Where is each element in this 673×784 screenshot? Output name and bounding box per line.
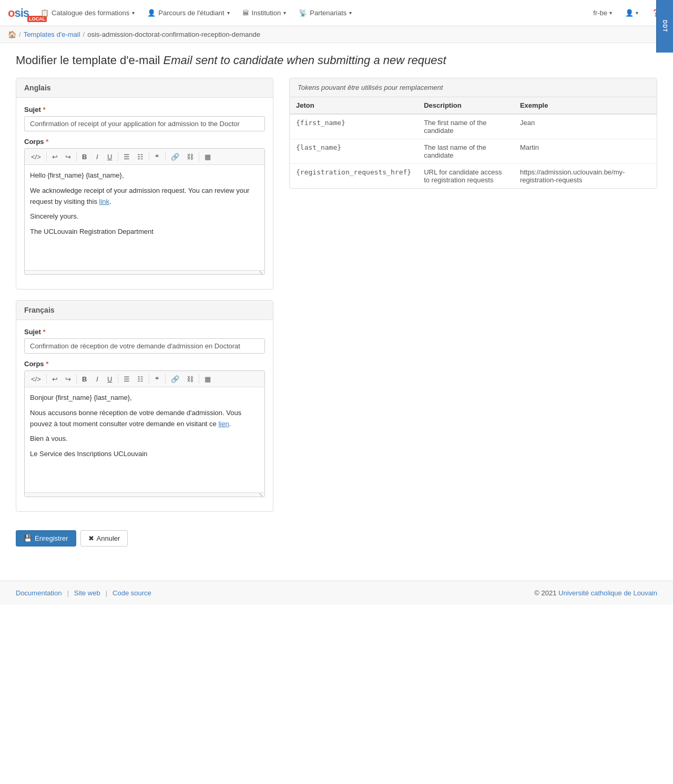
parcours-label: Parcours de l'étudiant	[158, 9, 224, 17]
partenariats-icon: 📡	[299, 9, 307, 17]
nav-link-partenariats[interactable]: 📡 Partenariats	[292, 0, 358, 26]
token-example-first: Jean	[514, 114, 657, 139]
token-example-last: Martin	[514, 139, 657, 164]
english-panel-header: Anglais	[16, 78, 273, 98]
osis-logo-text: osis	[8, 6, 29, 20]
nav-link-parcours[interactable]: 👤 Parcours de l'étudiant	[141, 0, 236, 26]
english-quote-btn[interactable]: ❝	[151, 151, 163, 162]
french-panel-header: Français	[16, 301, 273, 320]
english-body-link[interactable]: link	[99, 198, 110, 205]
footer-sep-2: |	[106, 589, 107, 597]
french-undo-btn[interactable]: ↩	[49, 373, 61, 385]
french-body-p2: Nous accusons bonne réception de votre d…	[30, 408, 259, 430]
french-toolbar-sep-4	[149, 374, 149, 384]
english-ul-btn[interactable]: ☰	[120, 151, 133, 162]
breadcrumb-templates[interactable]: Templates d'e-mail	[24, 30, 80, 38]
english-editor-body[interactable]: Hello {first_name} {last_name}, We ackno…	[25, 165, 264, 270]
french-italic-btn[interactable]: I	[91, 373, 103, 385]
footer-site-web-link[interactable]: Site web	[74, 589, 100, 597]
french-unlink-btn[interactable]: ⛓	[183, 373, 197, 385]
parcours-icon: 👤	[147, 9, 156, 17]
lang-switcher[interactable]: fr-be	[588, 0, 617, 26]
token-example-registration: https://admission.uclouvain.be/my-regist…	[514, 164, 657, 189]
footer-links: Documentation | Site web | Code source	[16, 589, 151, 597]
page-title: Modifier le template d'e-mail Email sent…	[16, 54, 657, 67]
french-quote-btn[interactable]: ❝	[151, 373, 163, 385]
footer-documentation-link[interactable]: Documentation	[16, 589, 62, 597]
tokens-col-jeton: Jeton	[290, 97, 417, 114]
english-body-label: Corps *	[24, 138, 265, 146]
french-bold-btn[interactable]: B	[79, 373, 90, 385]
cancel-icon: ✖	[88, 534, 94, 542]
side-panel-text: DDT	[662, 20, 668, 33]
french-subject-group: Sujet *	[24, 328, 265, 354]
tokens-box-header: Tokens pouvant être utilisés pour rempla…	[290, 78, 657, 97]
english-editor: </> ↩ ↪ B I U ☰ ☷	[24, 148, 265, 275]
nav-item-catalogue: 📋 Catalogue des formations	[34, 0, 141, 26]
content-layout: Anglais Sujet * Corps *	[16, 78, 657, 549]
french-table-btn[interactable]: ▦	[201, 373, 214, 385]
english-italic-btn[interactable]: I	[91, 151, 103, 162]
french-subject-input[interactable]	[24, 338, 265, 354]
french-editor-body[interactable]: Bonjour {first_name} {last_name}, Nous a…	[25, 387, 264, 492]
english-undo-btn[interactable]: ↩	[49, 151, 61, 162]
english-unlink-btn[interactable]: ⛓	[183, 151, 197, 162]
toolbar-sep-6	[199, 152, 199, 161]
token-row-last-name: {last_name} The last name of the candida…	[290, 139, 657, 164]
navbar: osis LOCAL 📋 Catalogue des formations 👤 …	[0, 0, 673, 26]
copyright-year: 2021	[542, 589, 557, 597]
breadcrumb-sep-2: /	[83, 30, 85, 38]
user-icon: 👤	[625, 9, 634, 17]
toolbar-sep-5	[165, 152, 166, 161]
french-source-btn[interactable]: </>	[28, 373, 44, 385]
english-ol-btn[interactable]: ☷	[134, 151, 147, 162]
footer: Documentation | Site web | Code source ©…	[0, 581, 673, 605]
english-editor-resize[interactable]: ⤡	[25, 270, 264, 274]
french-body-link[interactable]: lien	[218, 420, 229, 428]
token-desc-first: The first name of the candidate	[417, 114, 514, 139]
english-underline-btn[interactable]: U	[104, 151, 116, 162]
footer-code-source-link[interactable]: Code source	[113, 589, 151, 597]
partenariats-label: Partenariats	[310, 9, 346, 17]
french-editor-resize[interactable]: ⤡	[25, 492, 264, 497]
main-nav: 📋 Catalogue des formations 👤 Parcours de…	[34, 0, 588, 26]
breadcrumb-home[interactable]: 🏠	[8, 30, 16, 38]
english-source-btn[interactable]: </>	[28, 151, 44, 162]
french-toolbar-sep-3	[118, 374, 118, 384]
english-link-btn[interactable]: 🔗	[168, 151, 182, 162]
french-panel-body: Sujet * Corps * </> ↩	[16, 320, 273, 511]
breadcrumb-current: osis-admission-doctorat-confirmation-rec…	[87, 30, 260, 38]
nav-link-catalogue[interactable]: 📋 Catalogue des formations	[34, 0, 141, 26]
form-section: Anglais Sujet * Corps *	[16, 78, 273, 549]
main-content: Modifier le template d'e-mail Email sent…	[0, 43, 673, 560]
french-subject-label: Sujet *	[24, 328, 265, 336]
english-panel: Anglais Sujet * Corps *	[16, 78, 273, 290]
save-icon: 💾	[24, 534, 32, 542]
french-underline-btn[interactable]: U	[104, 373, 116, 385]
user-menu[interactable]: 👤	[620, 0, 644, 26]
nav-link-institution[interactable]: 🏛 Institution	[236, 0, 293, 26]
english-panel-body: Sujet * Corps * </> ↩	[16, 98, 273, 289]
french-link-btn[interactable]: 🔗	[168, 373, 182, 385]
french-body-p4: Le Service des Inscriptions UCLouvain	[30, 449, 259, 460]
french-ul-btn[interactable]: ☰	[120, 373, 133, 385]
english-table-btn[interactable]: ▦	[201, 151, 214, 162]
french-ol-btn[interactable]: ☷	[134, 373, 147, 385]
tokens-table-head: Jeton Description Exemple	[290, 97, 657, 114]
brand-logo[interactable]: osis	[8, 6, 29, 20]
english-subject-input[interactable]	[24, 116, 265, 131]
english-bold-btn[interactable]: B	[79, 151, 90, 162]
english-redo-btn[interactable]: ↪	[62, 151, 74, 162]
tokens-table: Jeton Description Exemple {first_name} T…	[290, 97, 657, 188]
copyright-org-link[interactable]: Université catholique de Louvain	[558, 589, 657, 597]
lang-label: fr-be	[593, 9, 607, 17]
page-title-italic: Email sent to candidate when submitting …	[164, 54, 446, 67]
copyright-symbol: ©	[534, 589, 539, 597]
cancel-button[interactable]: ✖ Annuler	[80, 530, 128, 546]
side-panel: DDT	[656, 0, 673, 53]
french-toolbar-sep-1	[46, 374, 47, 384]
token-row-registration: {registration_requests_href} URL for can…	[290, 164, 657, 189]
french-redo-btn[interactable]: ↪	[62, 373, 74, 385]
french-editor: </> ↩ ↪ B I U ☰ ☷	[24, 370, 265, 497]
save-button[interactable]: 💾 Enregistrer	[16, 530, 76, 546]
